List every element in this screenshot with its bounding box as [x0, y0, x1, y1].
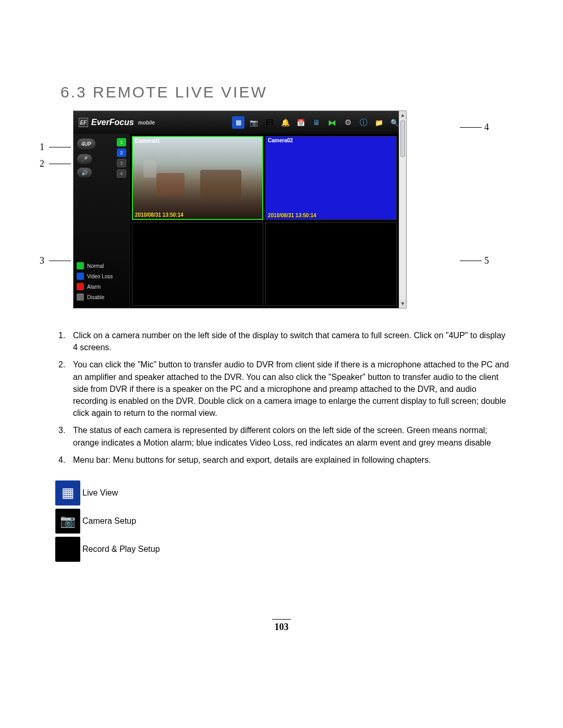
camera-setup-icon[interactable] — [248, 116, 260, 129]
page-number: 103 — [52, 619, 511, 633]
scroll-up-icon[interactable]: ▲ — [399, 111, 406, 119]
legend-disable: Disable — [77, 293, 126, 301]
icon-def-label: Live View — [82, 488, 118, 498]
fourup-button[interactable]: 4UP — [77, 138, 96, 150]
icon-def-label: Camera Setup — [82, 516, 136, 526]
list-item: Click on a camera number on the left sid… — [55, 329, 511, 353]
camera-tile-3[interactable] — [132, 222, 263, 306]
scroll-down-icon[interactable]: ▼ — [399, 300, 406, 308]
callout-1: 1 — [40, 142, 44, 153]
description-list: Click on a camera number on the left sid… — [52, 329, 511, 466]
settings-icon[interactable] — [341, 116, 354, 129]
callout-4: 4 — [484, 122, 489, 133]
channel-1-button[interactable]: 1 — [117, 138, 126, 146]
camera-grid: Camera01 2010/08/31 13:50:14 Camera02 20… — [130, 134, 406, 308]
menu-bar-keyword: Menu bar: — [73, 455, 113, 464]
list-item: Menu bar: Menu buttons for setup, search… — [55, 454, 511, 466]
record-play-icon[interactable] — [263, 116, 276, 129]
brand-suffix: mobile — [138, 120, 155, 126]
icon-def-camera-setup: Camera Setup — [55, 509, 511, 534]
status-legend: Normal Video Loss Alarm Disable — [77, 262, 126, 301]
annotated-screenshot: 1 2 3 4 5 EF EverFocus mobile — [73, 110, 459, 309]
section-number: 6.3 — [60, 83, 87, 101]
camera-setup-icon — [55, 509, 80, 534]
list-item: The status of each camera is represented… — [55, 424, 511, 448]
speaker-button[interactable]: 🔊 — [77, 167, 92, 178]
legend-normal: Normal — [77, 262, 126, 269]
channel-2-button[interactable]: 2 — [117, 149, 126, 157]
channel-3-button[interactable]: 3 — [117, 159, 126, 167]
live-view-icon — [55, 480, 80, 505]
icon-def-record-play: Record & Play Setup — [55, 537, 511, 562]
vertical-scrollbar[interactable]: ▲ ▼ — [399, 111, 406, 308]
alarm-icon[interactable] — [279, 116, 291, 129]
section-heading: 6.3 REMOTE LIVE VIEW — [60, 83, 511, 101]
camera-tile-2[interactable]: Camera02 2010/08/31 13:50:14 — [265, 136, 397, 220]
camera-1-label: Camera01 — [133, 137, 162, 145]
sidebar: 4UP 🎤 🔊 1 2 3 4 Normal Video Loss Alarm — [74, 134, 130, 308]
brand-name: EverFocus — [91, 118, 134, 127]
info-icon[interactable] — [357, 116, 370, 129]
icon-def-live-view: Live View — [55, 480, 511, 505]
legend-video-loss: Video Loss — [77, 273, 126, 280]
icon-def-label: Record & Play Setup — [82, 545, 160, 554]
callout-2: 2 — [40, 158, 44, 169]
export-icon[interactable] — [373, 116, 385, 129]
record-play-icon — [55, 537, 80, 562]
network-icon[interactable] — [326, 116, 338, 129]
channel-4-button[interactable]: 4 — [117, 169, 126, 178]
title-bar: EF EverFocus mobile — [74, 111, 406, 134]
brand-logo-icon: EF — [79, 118, 88, 127]
schedule-icon[interactable] — [295, 116, 307, 129]
callout-3: 3 — [40, 255, 44, 266]
mic-button[interactable]: 🎤 — [77, 154, 92, 164]
section-title-text: REMOTE LIVE VIEW — [93, 83, 267, 101]
callout-5: 5 — [484, 255, 489, 266]
display-icon[interactable] — [310, 116, 323, 129]
camera-2-timestamp: 2010/08/31 13:50:14 — [268, 213, 316, 218]
camera-2-label: Camera02 — [266, 137, 295, 144]
menu-bar — [232, 116, 401, 129]
list-item: You can click the "Mic" button to transf… — [55, 359, 511, 419]
camera-1-timestamp: 2010/08/31 13:50:14 — [135, 212, 183, 218]
live-view-icon[interactable] — [232, 116, 244, 129]
icon-definitions: Live View Camera Setup Record & Play Set… — [55, 480, 511, 562]
legend-alarm: Alarm — [77, 283, 126, 290]
camera-tile-1[interactable]: Camera01 2010/08/31 13:50:14 — [132, 136, 263, 220]
dvr-app-window: EF EverFocus mobile — [73, 110, 407, 309]
brand: EF EverFocus mobile — [79, 118, 155, 127]
camera-tile-4[interactable] — [265, 222, 397, 306]
scroll-thumb[interactable] — [400, 120, 405, 157]
